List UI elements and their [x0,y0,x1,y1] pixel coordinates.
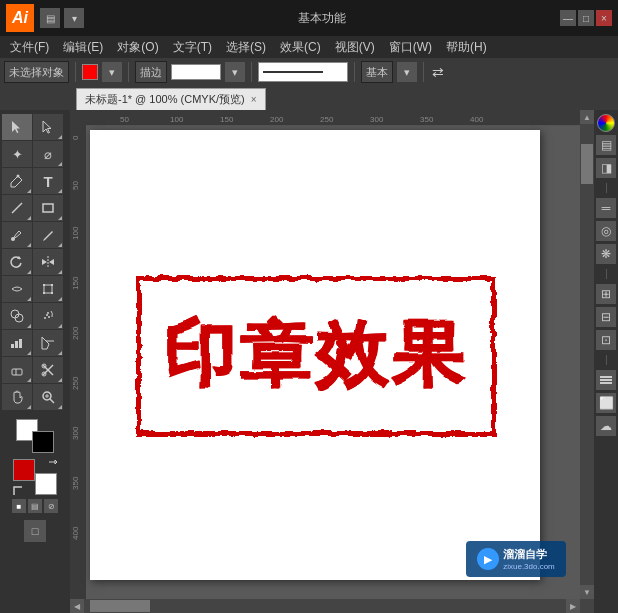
pen-tool-button[interactable] [2,168,32,194]
menu-effect[interactable]: 效果(C) [274,37,327,58]
slice-tool-button[interactable] [33,330,63,356]
lasso-tool-button[interactable]: ⌀ [33,141,63,167]
tool-row-4 [2,195,68,221]
svg-text:200: 200 [270,115,284,124]
maximize-button[interactable]: □ [578,10,594,26]
toolbar-sep-1 [75,62,76,82]
toolbar: 未选择对象 ▾ 描边 ▾ 基本 ▾ ⇄ [0,58,618,86]
pathfinder-button[interactable]: ⊟ [596,307,616,327]
column-chart-button[interactable] [2,330,32,356]
svg-text:100: 100 [71,226,80,240]
menu-bar: 文件(F) 编辑(E) 对象(O) 文字(T) 选择(S) 效果(C) 视图(V… [0,36,618,58]
pencil-tool-button[interactable] [33,222,63,248]
tab-close-button[interactable]: × [251,94,257,105]
reflect-tool-button[interactable] [33,249,63,275]
magic-wand-button[interactable]: ✦ [2,141,32,167]
svg-text:400: 400 [470,115,484,124]
menu-edit[interactable]: 编辑(E) [57,37,109,58]
hand-tool-button[interactable] [2,384,32,410]
tool-row-6 [2,249,68,275]
scissors-button[interactable] [33,357,63,383]
close-button[interactable]: × [596,10,612,26]
minimize-button[interactable]: — [560,10,576,26]
menu-object[interactable]: 对象(O) [111,37,164,58]
color-wheel-icon[interactable] [597,114,615,132]
ruler-v-svg: 0 50 100 150 200 250 300 350 400 [70,110,86,599]
svg-text:350: 350 [420,115,434,124]
transform-button[interactable]: ⊡ [596,330,616,350]
canvas-area: 0 50 100 150 200 250 300 350 400 0 50 10… [70,110,594,613]
free-transform-button[interactable] [33,276,63,302]
menu-window[interactable]: 窗口(W) [383,37,438,58]
fill-color[interactable] [82,64,98,80]
type-tool-button[interactable]: T [33,168,63,194]
layer-panel-button[interactable] [596,370,616,390]
menu-view[interactable]: 视图(V) [329,37,381,58]
cc-libraries-button[interactable]: ☁ [596,416,616,436]
screen-mode-button[interactable]: □ [24,520,46,542]
title-dropdown[interactable]: ▾ [64,8,84,28]
stroke-color[interactable] [171,64,221,80]
menu-type[interactable]: 文字(T) [167,37,218,58]
basic-label: 基本 [361,61,393,83]
svg-rect-17 [15,341,18,348]
align-panel-button[interactable]: ⊞ [596,284,616,304]
horizontal-scrollbar[interactable]: ◀ ▶ [70,599,580,613]
symbol-spray-button[interactable] [33,303,63,329]
document-tab[interactable]: 未标题-1* @ 100% (CMYK/预览) × [76,88,266,110]
shape-builder-button[interactable] [2,303,32,329]
transparency-button[interactable]: ◨ [596,158,616,178]
rect-tool-button[interactable] [33,195,63,221]
line-tool-button[interactable] [2,195,32,221]
svg-text:250: 250 [320,115,334,124]
select-tool-button[interactable] [2,114,32,140]
stroke-dropdown[interactable]: ▾ [225,62,245,82]
svg-line-27 [50,399,54,403]
toolbar-sep-2 [128,62,129,82]
background-color[interactable] [35,473,57,495]
gradient-button[interactable]: ▤ [28,499,42,513]
solid-color-button[interactable]: ■ [12,499,26,513]
default-colors[interactable] [13,485,23,495]
width-tool-button[interactable] [2,276,32,302]
horizontal-scroll-thumb[interactable] [90,600,150,612]
menu-select[interactable]: 选择(S) [220,37,272,58]
left-toolbar: ✦ ⌀ T [0,110,70,613]
zoom-tool-button[interactable] [33,384,63,410]
no-fill-button[interactable]: ⊘ [44,499,58,513]
line-select[interactable] [258,62,348,82]
tool-row-8 [2,303,68,329]
toolbar-sep-4 [354,62,355,82]
swap-colors[interactable] [47,459,57,469]
svg-rect-50 [600,376,612,378]
svg-rect-7 [51,284,53,286]
vertical-scrollbar[interactable]: ▲ ▼ [580,110,594,599]
title-center: 基本功能 [84,10,560,27]
svg-text:400: 400 [71,526,80,540]
window-controls: — □ × [560,10,612,26]
fill-dropdown[interactable]: ▾ [102,62,122,82]
svg-point-12 [44,317,46,319]
basic-dropdown[interactable]: ▾ [397,62,417,82]
stamp-text: 印章效果 [163,307,467,403]
paintbrush-button[interactable] [2,222,32,248]
foreground-color[interactable] [13,459,35,481]
watermark-text-group: 溜溜自学 zixue.3do.com [503,547,555,571]
symbol-panel-button[interactable]: ❋ [596,244,616,264]
brush-panel-button[interactable]: ◎ [596,221,616,241]
ruler-horizontal: 0 50 100 150 200 250 300 350 400 [70,110,580,126]
rotate-tool-button[interactable] [2,249,32,275]
vertical-scroll-thumb[interactable] [581,144,593,184]
artboard-panel-button[interactable]: ⬜ [596,393,616,413]
menu-file[interactable]: 文件(F) [4,37,55,58]
svg-rect-51 [600,379,612,381]
gradient-panel-button[interactable]: ▤ [596,135,616,155]
stroke-panel-button[interactable]: ═ [596,198,616,218]
arrange-icon[interactable]: ⇄ [430,64,446,80]
menu-help[interactable]: 帮助(H) [440,37,493,58]
stroke-swatch[interactable] [32,431,54,453]
direct-select-tool-button[interactable] [33,114,63,140]
svg-text:350: 350 [71,476,80,490]
eraser-button[interactable] [2,357,32,383]
svg-line-1 [12,203,22,213]
